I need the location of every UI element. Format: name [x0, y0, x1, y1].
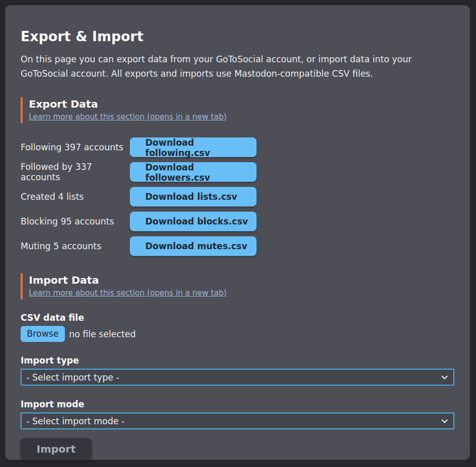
import-mode-select[interactable]: - Select import mode - [21, 412, 454, 429]
export-row-following: Following 397 accounts Download followin… [21, 137, 454, 157]
browse-button[interactable]: Browse [21, 326, 65, 342]
export-row-label: Blocking 95 accounts [21, 216, 130, 227]
import-learn-more-link[interactable]: Learn more about this section (opens in … [29, 288, 227, 298]
export-row-label: Following 397 accounts [21, 142, 130, 152]
download-blocks-button[interactable]: Download blocks.csv [130, 212, 257, 231]
file-status-text: no file selected [69, 329, 136, 339]
import-section: Import Data Learn more about this sectio… [21, 273, 454, 460]
download-mutes-button[interactable]: Download mutes.csv [130, 236, 257, 256]
import-type-select[interactable]: - Select import type - [21, 369, 454, 386]
import-mode-select-wrap: - Select import mode - [21, 412, 454, 429]
download-followers-button[interactable]: Download followers.csv [130, 162, 257, 182]
page-title: Export & Import [21, 29, 454, 44]
download-lists-button[interactable]: Download lists.csv [130, 187, 257, 206]
export-learn-more-link[interactable]: Learn more about this section (opens in … [29, 112, 227, 122]
export-row-label: Followed by 337 accounts [21, 162, 130, 182]
export-row-label: Muting 5 accounts [21, 241, 130, 251]
page-description: On this page you can export data from yo… [21, 53, 454, 81]
import-type-select-wrap: - Select import type - [21, 369, 454, 386]
export-row-label: Created 4 lists [21, 192, 130, 202]
export-section-header: Export Data Learn more about this sectio… [21, 97, 454, 123]
export-heading: Export Data [29, 98, 454, 110]
export-section: Export Data Learn more about this sectio… [21, 97, 454, 256]
export-row-followers: Followed by 337 accounts Download follow… [21, 162, 454, 182]
import-mode-label: Import mode [21, 399, 454, 409]
import-section-header: Import Data Learn more about this sectio… [21, 273, 454, 299]
import-heading: Import Data [29, 274, 454, 286]
csv-file-label: CSV data file [21, 313, 454, 323]
export-row-lists: Created 4 lists Download lists.csv [21, 187, 454, 206]
settings-panel: Export & Import On this page you can exp… [5, 5, 470, 460]
import-submit-button[interactable]: Import [21, 438, 92, 460]
export-row-blocks: Blocking 95 accounts Download blocks.csv [21, 212, 454, 231]
export-row-mutes: Muting 5 accounts Download mutes.csv [21, 236, 454, 256]
export-rows: Following 397 accounts Download followin… [21, 137, 454, 256]
import-type-label: Import type [21, 355, 454, 366]
csv-file-input: Browse no file selected [21, 326, 454, 342]
download-following-button[interactable]: Download following.csv [130, 137, 257, 157]
